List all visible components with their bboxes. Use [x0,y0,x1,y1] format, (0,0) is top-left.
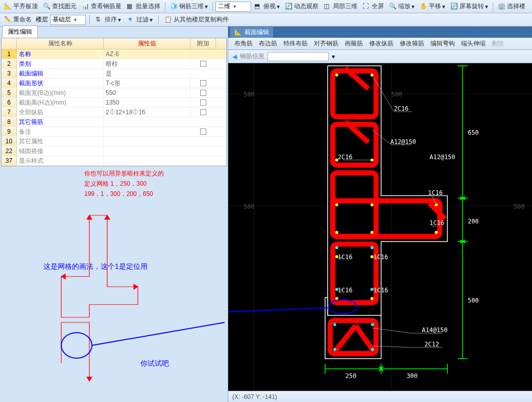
modify-stirrup-button[interactable]: 修改箍筋 [398,38,426,49]
svg-rect-15 [333,201,440,237]
align-top-button[interactable]: 📐平齐板顶 [2,1,40,12]
align-rebar-button[interactable]: 对齐钢筋 [312,38,341,49]
view-rebar-button[interactable]: 📊查看钢筋量 [80,1,124,12]
rebar-info-bar: ◀ 钢筋信息 ▾ [228,50,532,63]
zoom-button[interactable]: 🔍缩放▾ [387,1,417,12]
local-3d-button[interactable]: ◫局部三维 [322,1,359,12]
svg-point-30 [434,231,438,234]
separator [493,2,493,11]
view-mode-dropdown[interactable]: 二维 [215,2,251,12]
svg-point-26 [371,204,374,207]
section-toolbar: 布角筋 布边筋 特殊布筋 对齐钢筋 画箍筋 修改纵筋 修改箍筋 编辑弯钩 端头伸… [228,38,532,50]
svg-text:A12@150: A12@150 [390,138,416,145]
right-panel: 📐截面编辑 布角筋 布边筋 特殊布筋 对齐钢筋 画箍筋 修改纵筋 修改箍筋 编辑… [228,27,532,402]
svg-point-27 [434,204,438,207]
property-row[interactable]: 1名称AZ-6 [2,49,226,59]
filter-button[interactable]: ▼过滤▾ [125,14,155,25]
checkbox[interactable] [200,129,206,135]
svg-text:1C16: 1C16 [428,189,443,196]
checkbox[interactable] [200,99,206,106]
svg-point-37 [333,348,336,351]
separator [158,15,159,24]
status-bar: (X: -607 Y: -141) [228,391,532,402]
sort-button[interactable]: ⇅排序▾ [93,14,123,25]
svg-text:1C16: 1C16 [338,254,353,261]
svg-point-21 [335,73,338,77]
svg-text:2C16: 2C16 [338,154,353,161]
delete-button[interactable]: 删除 [490,38,506,49]
svg-point-0 [61,333,92,358]
fullscreen-button[interactable]: ⛶全屏 [360,1,386,12]
svg-point-36 [371,323,374,326]
svg-text:200: 200 [468,218,479,225]
svg-text:2C12: 2C12 [424,341,439,348]
svg-text:1C16: 1C16 [338,287,353,294]
cad-svg: 500 500 500 500 [228,63,532,389]
edit-hook-button[interactable]: 编辑弯钩 [428,38,457,49]
modify-long-button[interactable]: 修改纵筋 [367,38,396,49]
property-row[interactable]: 5截面宽(B边)(mm)550 [2,88,226,98]
end-extend-button[interactable]: 端头伸缩 [459,38,488,49]
floor-dropdown[interactable]: 基础层 [50,15,86,25]
svg-point-28 [335,231,338,234]
svg-line-19 [335,325,356,351]
pan-button[interactable]: ✋平移▾ [418,1,447,12]
batch-select-button[interactable]: ▦批量选择 [125,1,162,12]
grid-header: 属性名称 属性值 附加 [2,38,226,49]
svg-text:500: 500 [244,91,255,98]
property-row[interactable]: 9备注 [2,127,226,137]
property-grid: 属性名称 属性值 附加 1名称AZ-62类别暗柱3截面编辑是4截面形状T-c形5… [1,38,227,166]
nav-back-icon[interactable]: ◀ [232,53,237,60]
dropdown-icon[interactable]: ▾ [332,53,335,60]
property-row[interactable]: 6截面高(H边)(mm)1350 [2,98,226,108]
checkbox[interactable] [200,80,206,86]
property-row[interactable]: 22+锚固搭接 [2,146,226,156]
svg-point-39 [335,246,338,249]
checkbox[interactable] [200,109,206,115]
separator [212,2,213,11]
orbit-button[interactable]: 🔄动态观察 [283,1,321,12]
edge-rebar-button[interactable]: 布边筋 [257,38,279,49]
rotate-screen-button[interactable]: 🔃屏幕旋转▾ [448,1,490,12]
svg-text:1C16: 1C16 [429,219,444,227]
svg-point-38 [371,348,374,351]
svg-text:1C16: 1C16 [374,254,389,261]
select-floor-button[interactable]: 🏢选择楼 [496,1,527,12]
property-row[interactable]: 8其它箍筋 [2,117,226,127]
rename-button[interactable]: ✏️重命名 [2,14,34,25]
section-edit-title: 截面编辑 [245,28,269,37]
property-row[interactable]: 37+显示样式 [2,156,226,166]
svg-text:500: 500 [391,91,402,98]
rebar-3d-button[interactable]: 🧊钢筋三维▾ [168,1,210,12]
svg-text:300: 300 [406,372,418,380]
svg-text:650: 650 [468,129,479,136]
svg-text:A14@150: A14@150 [422,326,447,334]
property-row[interactable]: 3截面编辑是 [2,69,226,79]
property-row[interactable]: 7全部纵筋2⏀12+18⏀16 [2,108,226,117]
property-row[interactable]: 4截面形状T-c形 [2,79,226,88]
copy-from-floor-button[interactable]: 📋从其他楼层复制构件 [162,14,231,25]
property-row[interactable]: 2类别暗柱 [2,59,226,69]
special-rebar-button[interactable]: 特殊布筋 [281,38,310,49]
corner-rebar-button[interactable]: 布角筋 [232,38,255,49]
svg-text:500: 500 [244,203,255,210]
separator [165,2,165,11]
annotation-grid: 这是网格的画法，这个1是定位用 [43,261,148,271]
rebar-info-label: 钢筋信息 [240,52,264,61]
checkbox[interactable] [200,90,206,96]
sketch-overlay [0,169,225,402]
property-row[interactable]: 10+其它属性 [2,137,226,146]
rebar-info-field[interactable] [268,52,329,61]
top-view-button[interactable]: ⬒俯视▾ [252,1,282,12]
checkbox[interactable] [200,61,206,67]
find-element-button[interactable]: 🔍查找图元 [41,1,79,12]
svg-text:500: 500 [514,203,525,210]
cad-canvas[interactable]: 500 500 500 500 [228,63,532,391]
draw-stirrup-button[interactable]: 画箍筋 [343,38,365,49]
annotation-1: 你也可以用异形暗柱来定义的 定义网格 1，250，300 199，1，300，2… [84,168,164,199]
svg-point-22 [371,73,374,77]
property-edit-tab[interactable]: 属性编辑 [2,26,38,38]
col-name: 属性名称 [17,38,104,49]
svg-point-35 [333,323,336,326]
annotation-try: 你试试吧 [140,358,169,368]
